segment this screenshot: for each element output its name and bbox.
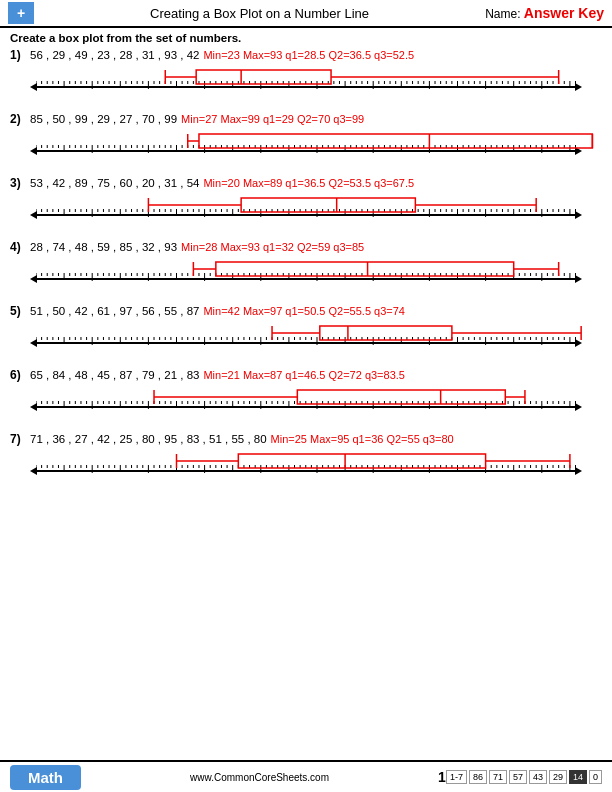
instructions-text: Create a box plot from the set of number… <box>0 28 612 46</box>
footer-url: www.CommonCoreSheets.com <box>91 772 428 783</box>
problem-1: 1)56 , 29 , 49 , 23 , 28 , 31 , 93 , 42M… <box>0 46 612 106</box>
page-header: + Creating a Box Plot on a Number Line N… <box>0 0 612 28</box>
problem-data-6: 65 , 84 , 48 , 45 , 87 , 79 , 21 , 83 <box>30 369 199 381</box>
problem-data-1: 56 , 29 , 49 , 23 , 28 , 31 , 93 , 42 <box>30 49 199 61</box>
numberline-area-3 <box>16 192 596 230</box>
name-label: Name: Answer Key <box>485 5 604 21</box>
problem-stats-7: Min=25 Max=95 q1=36 Q2=55 q3=80 <box>271 433 454 445</box>
page-title: Creating a Box Plot on a Number Line <box>44 6 475 21</box>
problem-stats-4: Min=28 Max=93 q1=32 Q2=59 q3=85 <box>181 241 364 253</box>
problem-7: 7)71 , 36 , 27 , 42 , 25 , 80 , 95 , 83 … <box>0 430 612 490</box>
boxplot-svg-4 <box>36 256 336 294</box>
numberline-area-6 <box>16 384 596 422</box>
numberline-area-1 <box>16 64 596 102</box>
version-box-7: 0 <box>589 770 602 784</box>
problem-line-1: 1)56 , 29 , 49 , 23 , 28 , 31 , 93 , 42M… <box>10 48 602 62</box>
problem-stats-6: Min=21 Max=87 q1=46.5 Q2=72 q3=83.5 <box>203 369 405 381</box>
problem-data-4: 28 , 74 , 48 , 59 , 85 , 32 , 93 <box>30 241 177 253</box>
boxplot-svg-3 <box>36 192 336 230</box>
problem-line-4: 4)28 , 74 , 48 , 59 , 85 , 32 , 93Min=28… <box>10 240 602 254</box>
problems-container: 1)56 , 29 , 49 , 23 , 28 , 31 , 93 , 42M… <box>0 46 612 490</box>
problem-6: 6)65 , 84 , 48 , 45 , 87 , 79 , 21 , 83M… <box>0 366 612 426</box>
problem-3: 3)53 , 42 , 89 , 75 , 60 , 20 , 31 , 54M… <box>0 174 612 234</box>
version-box-1: 86 <box>469 770 487 784</box>
boxplot-svg-1 <box>36 64 336 102</box>
numberline-area-7 <box>16 448 596 486</box>
problem-number-6: 6) <box>10 368 26 382</box>
problem-number-2: 2) <box>10 112 26 126</box>
problem-4: 4)28 , 74 , 48 , 59 , 85 , 32 , 93Min=28… <box>0 238 612 298</box>
svg-rect-105 <box>196 70 331 84</box>
page-footer: Math www.CommonCoreSheets.com 1 1-786715… <box>0 760 612 792</box>
problem-number-7: 7) <box>10 432 26 446</box>
math-brand-label: Math <box>10 765 81 790</box>
problem-stats-5: Min=42 Max=97 q1=50.5 Q2=55.5 q3=74 <box>203 305 405 317</box>
boxplot-svg-2 <box>36 128 336 166</box>
boxplot-svg-6 <box>36 384 336 422</box>
footer-page-number: 1 <box>438 769 446 785</box>
numberline-area-4 <box>16 256 596 294</box>
problem-2: 2)85 , 50 , 99 , 29 , 27 , 70 , 99Min=27… <box>0 110 612 170</box>
version-box-3: 57 <box>509 770 527 784</box>
problem-line-2: 2)85 , 50 , 99 , 29 , 27 , 70 , 99Min=27… <box>10 112 602 126</box>
problem-stats-1: Min=23 Max=93 q1=28.5 Q2=36.5 q3=52.5 <box>203 49 414 61</box>
logo-icon: + <box>8 2 34 24</box>
version-box-2: 71 <box>489 770 507 784</box>
version-box-6: 14 <box>569 770 587 784</box>
problem-data-5: 51 , 50 , 42 , 61 , 97 , 56 , 55 , 87 <box>30 305 199 317</box>
problem-stats-2: Min=27 Max=99 q1=29 Q2=70 q3=99 <box>181 113 364 125</box>
footer-versions: 1-78671574329140 <box>446 770 602 784</box>
answer-key-label: Answer Key <box>524 5 604 21</box>
problem-5: 5)51 , 50 , 42 , 61 , 97 , 56 , 55 , 87M… <box>0 302 612 362</box>
numberline-area-5 <box>16 320 596 358</box>
problem-number-5: 5) <box>10 304 26 318</box>
problem-data-3: 53 , 42 , 89 , 75 , 60 , 20 , 31 , 54 <box>30 177 199 189</box>
version-box-5: 29 <box>549 770 567 784</box>
problem-line-3: 3)53 , 42 , 89 , 75 , 60 , 20 , 31 , 54M… <box>10 176 602 190</box>
boxplot-svg-7 <box>36 448 336 486</box>
problem-line-6: 6)65 , 84 , 48 , 45 , 87 , 79 , 21 , 83M… <box>10 368 602 382</box>
problem-stats-3: Min=20 Max=89 q1=36.5 Q2=53.5 q3=67.5 <box>203 177 414 189</box>
problem-data-7: 71 , 36 , 27 , 42 , 25 , 80 , 95 , 83 , … <box>30 433 267 445</box>
numberline-area-2 <box>16 128 596 166</box>
boxplot-svg-5 <box>36 320 336 358</box>
problem-data-2: 85 , 50 , 99 , 29 , 27 , 70 , 99 <box>30 113 177 125</box>
problem-line-7: 7)71 , 36 , 27 , 42 , 25 , 80 , 95 , 83 … <box>10 432 602 446</box>
version-box-0: 1-7 <box>446 770 467 784</box>
problem-number-4: 4) <box>10 240 26 254</box>
version-box-4: 43 <box>529 770 547 784</box>
problem-number-3: 3) <box>10 176 26 190</box>
main-content: Create a box plot from the set of number… <box>0 28 612 532</box>
problem-line-5: 5)51 , 50 , 42 , 61 , 97 , 56 , 55 , 87M… <box>10 304 602 318</box>
problem-number-1: 1) <box>10 48 26 62</box>
